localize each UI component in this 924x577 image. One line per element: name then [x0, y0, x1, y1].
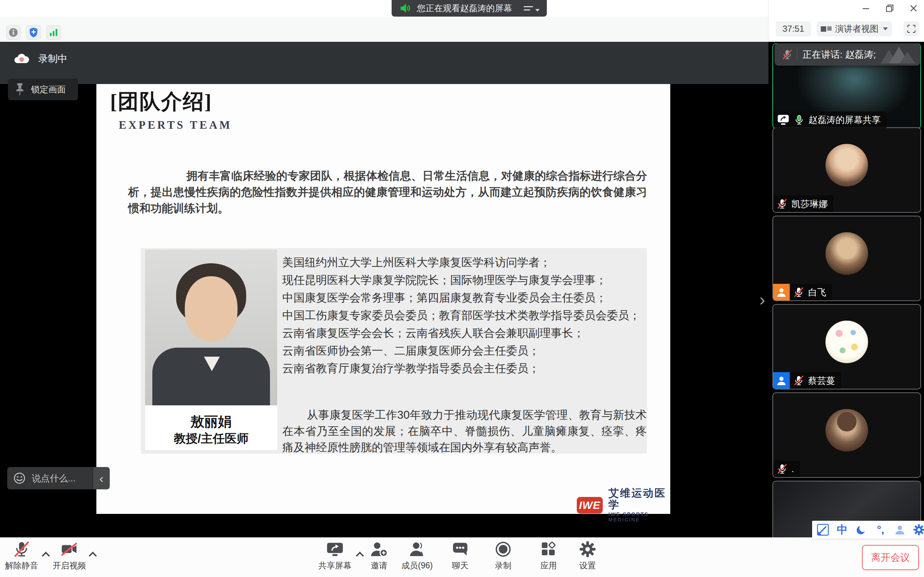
invite-button[interactable]: 邀请: [370, 541, 388, 571]
hamburger-icon: [524, 6, 533, 10]
ime-pen-button[interactable]: [816, 522, 830, 537]
fullscreen-button[interactable]: [903, 21, 919, 36]
members-icon: [408, 541, 426, 558]
invite-label: 邀请: [371, 560, 387, 571]
mic-muted-icon: [793, 374, 804, 387]
ime-punct-button[interactable]: °,: [874, 522, 888, 537]
avatar: [825, 144, 868, 187]
signal-bars-icon: [49, 28, 58, 37]
chat-label: 聊天: [452, 560, 468, 571]
view-mode-button[interactable]: 演讲者视图: [817, 21, 892, 36]
members-button[interactable]: 成员(96): [401, 541, 433, 571]
participant-name: .: [792, 464, 794, 474]
sidebar-collapse-handle[interactable]: ›: [756, 288, 769, 310]
avatar: [825, 232, 868, 275]
credential-item: 现任昆明医科大学康复学院院长；国际物理医学与康复学会理事；: [282, 271, 640, 289]
credential-item: 中国康复医学会常务理事；第四届康复教育专业委员会主任委员；: [282, 289, 640, 306]
participant-thumb[interactable]: .: [772, 392, 921, 478]
members-label: 成员(96): [401, 560, 433, 571]
speaking-label: 正在讲话: 赵磊涛;: [802, 48, 876, 61]
recording-label: 录制中: [38, 52, 68, 65]
close-button[interactable]: [909, 3, 918, 13]
slide-intro: 拥有丰富临床经验的专家团队，根据体检信息、日常生活信息，对健康的综合指标进行综合…: [128, 168, 647, 216]
credential-item: 云南省医师协会第一、二届康复医师分会主任委员；: [282, 342, 640, 359]
participant-name: 凯莎琳娜: [792, 198, 828, 210]
banner-menu-icon[interactable]: [524, 5, 540, 11]
network-stats-button[interactable]: [47, 25, 61, 40]
ime-moon-icon[interactable]: [854, 522, 868, 537]
lock-view-label: 锁定画面: [31, 84, 66, 95]
credentials-list: 美国纽约州立大学上州医科大学康复医学科访问学者； 现任昆明医科大学康复学院院长；…: [282, 253, 640, 377]
participants-sidebar: 赵磊涛的屏幕共享 凯莎琳娜: [769, 42, 924, 537]
caret-down-icon: [883, 27, 888, 30]
chat-input[interactable]: 说点什么...: [7, 467, 98, 489]
audio-options-caret[interactable]: [42, 551, 50, 559]
meeting-toolbar: 解除静音 开启视频 共享屏幕: [0, 537, 924, 577]
view-mode-label: 演讲者视图: [835, 23, 879, 35]
video-options-caret[interactable]: [89, 551, 97, 559]
record-icon: [495, 541, 512, 558]
cloud-recording-icon: [13, 53, 30, 65]
avatar: [825, 409, 868, 451]
share-screen-button[interactable]: 共享屏幕: [318, 541, 352, 571]
meeting-info-button[interactable]: [6, 25, 21, 40]
minimize-button[interactable]: [861, 3, 871, 13]
unmute-label: 解除静音: [5, 560, 38, 571]
ime-user-icon[interactable]: [893, 522, 907, 537]
logo-name-cn: 艾维运动医学: [609, 488, 670, 511]
person-badge-orange: [773, 284, 790, 300]
chat-placeholder: 说点什么...: [32, 472, 76, 484]
participant-thumb[interactable]: 凯莎琳娜: [772, 127, 921, 213]
participant-name: 赵磊涛的屏幕共享: [809, 114, 881, 126]
apps-button[interactable]: 应用: [540, 541, 557, 571]
settings-button[interactable]: 设置: [579, 541, 596, 571]
expert-bio: 从事康复医学工作30年致力于推动现代康复医学管理、教育与新技术在本省乃至全国的发…: [282, 407, 647, 456]
logo: IWE 艾维运动医学 IWE SPORTS MEDICINE: [577, 488, 670, 523]
chat-collapse-tab[interactable]: ‹: [92, 467, 110, 489]
security-button[interactable]: [26, 25, 41, 40]
chat-button[interactable]: 聊天: [452, 541, 468, 571]
credential-item: 云南省教育厅康复治疗学教学指导委员会主任委员；: [282, 359, 640, 377]
expert-name: 敖丽娟: [145, 413, 277, 431]
info-icon: [8, 27, 18, 37]
unmute-button[interactable]: 解除静音: [5, 541, 38, 571]
meeting-window: 您正在观看赵磊涛的屏幕: [0, 0, 924, 577]
share-options-caret[interactable]: [356, 551, 364, 559]
recording-indicator: 录制中: [13, 52, 68, 65]
chat-icon: [452, 541, 468, 558]
credential-item: 中国工伤康复专家委员会委员；教育部医学技术类教学指导委员会委员；: [282, 306, 640, 324]
record-button[interactable]: 录制: [495, 541, 512, 571]
leave-meeting-button[interactable]: 离开会议: [862, 545, 919, 570]
watching-banner: 您正在观看赵磊涛的屏幕: [392, 0, 547, 16]
emoji-icon[interactable]: [13, 472, 26, 485]
panel-divider: [768, 0, 769, 42]
ime-lang-button[interactable]: 中: [835, 522, 849, 537]
participant-name: 白飞: [808, 286, 826, 298]
meeting-timer: 37:51: [775, 21, 811, 36]
logo-mark: IWE: [577, 497, 603, 514]
gear-icon: [579, 541, 596, 558]
lock-view-button[interactable]: 锁定画面: [8, 79, 78, 100]
expert-photo-card: 敖丽娟 教授/主任医师: [145, 250, 277, 450]
participant-thumb[interactable]: 白飞: [772, 216, 921, 301]
share-screen-icon: [326, 541, 344, 558]
avatar: [825, 321, 868, 363]
restore-button[interactable]: [885, 3, 894, 13]
slide-title: [团队介绍]: [110, 89, 212, 114]
invite-icon: [370, 541, 388, 558]
person-badge-blue: [773, 372, 790, 389]
meeting-info-toolbar: [0, 16, 769, 42]
start-video-button[interactable]: 开启视频: [53, 541, 86, 571]
mic-muted-icon: [782, 48, 793, 61]
mic-muted-icon: [777, 463, 788, 475]
ime-gear-icon[interactable]: [912, 522, 924, 537]
participant-thumb[interactable]: 蔡芸蔓: [772, 304, 921, 390]
expert-title: 教授/主任医师: [145, 430, 277, 447]
window-controls: [861, 0, 918, 16]
screen-share-icon: [777, 113, 790, 126]
caret-down-icon: [535, 9, 540, 11]
chevron-right-icon: ›: [759, 290, 765, 309]
speaking-banner: 正在讲话: 赵磊涛;: [775, 43, 921, 66]
apps-icon: [541, 541, 557, 558]
record-label: 录制: [495, 560, 512, 571]
